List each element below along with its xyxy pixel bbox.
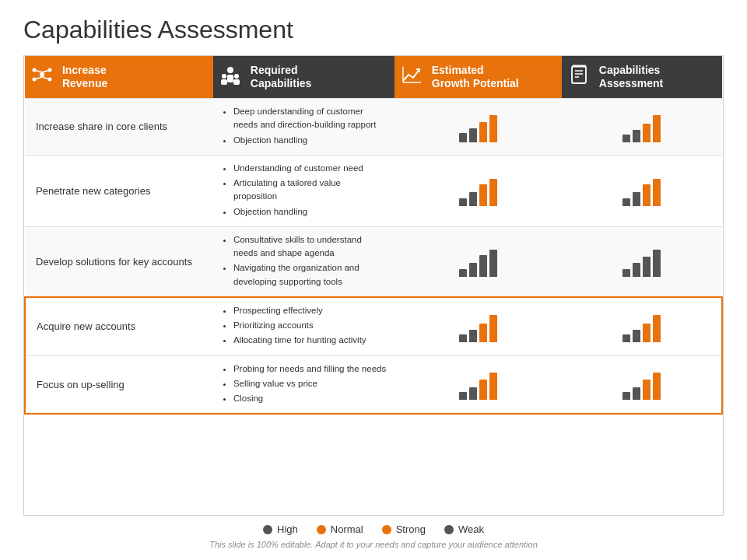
assessment-icon: [568, 64, 590, 90]
bar: [633, 330, 640, 342]
bar: [489, 250, 497, 277]
strategy-cell: Acquire new accounts: [25, 297, 213, 355]
slide: Capabilities Assessment: [0, 0, 747, 560]
svg-point-11: [234, 74, 239, 79]
growth-chart-cell: [395, 155, 562, 226]
bar: [469, 128, 477, 142]
legend-high: High: [263, 523, 298, 535]
assessment-chart-cell: [562, 355, 722, 414]
main-table: IncreaseRevenue: [24, 56, 723, 415]
header-col-growth: EstimatedGrowth Potential: [395, 56, 562, 99]
growth-icon: [401, 64, 423, 90]
bar: [643, 124, 651, 142]
bar: [459, 269, 467, 277]
table-row: Develop solutions for key accountsConsul…: [25, 226, 722, 297]
bar: [469, 330, 477, 342]
capabilities-icon: [219, 64, 241, 90]
table-row: Penetrate new categoriesUnderstanding of…: [25, 155, 722, 226]
bar: [479, 255, 487, 277]
strategy-cell: Increase share in core clients: [25, 99, 213, 156]
legend-label-strong: Strong: [396, 523, 426, 535]
header-strategy-label: IncreaseRevenue: [62, 64, 107, 90]
legend-dot-strong: [382, 525, 391, 534]
header-assessment-label: CapabilitiesAssessment: [599, 64, 664, 90]
bar: [653, 250, 661, 277]
header-growth-label: EstimatedGrowth Potential: [432, 64, 519, 90]
bar: [643, 324, 651, 342]
bar: [633, 192, 640, 206]
capabilities-cell: Understanding of customer needArticulati…: [213, 155, 395, 226]
footer-note: This slide is 100% editable. Adapt it to…: [23, 540, 724, 552]
bar: [459, 133, 467, 142]
legend-strong: Strong: [382, 523, 426, 535]
bar: [469, 387, 477, 400]
svg-rect-12: [227, 75, 233, 82]
bar: [479, 184, 487, 206]
growth-chart-cell: [395, 355, 562, 414]
svg-rect-17: [572, 66, 586, 83]
legend-normal: Normal: [317, 523, 363, 535]
bar: [622, 334, 630, 342]
bar: [643, 184, 651, 206]
header-col-strategy: IncreaseRevenue: [25, 56, 213, 99]
strategy-cell: Develop solutions for key accounts: [25, 226, 213, 297]
bar: [633, 130, 640, 142]
bar: [459, 198, 467, 206]
strategy-cell: Penetrate new categories: [25, 155, 213, 226]
bar: [459, 334, 467, 342]
bar: [489, 115, 497, 142]
page-title: Capabilities Assessment: [23, 16, 724, 44]
revenue-icon: [31, 64, 53, 90]
legend-label-normal: Normal: [331, 523, 363, 535]
bar: [653, 315, 661, 342]
svg-rect-13: [221, 79, 227, 85]
bar: [469, 263, 477, 277]
header-capabilities-label: RequiredCapabilities: [251, 64, 312, 90]
header-col-capabilities: RequiredCapabilities: [213, 56, 395, 99]
capabilities-cell: Consultative skills to understand needs …: [213, 226, 395, 297]
capabilities-cell: Prospecting effectivelyPrioritizing acco…: [213, 297, 395, 355]
svg-point-0: [40, 72, 44, 77]
bar: [622, 198, 630, 206]
growth-chart-cell: [395, 99, 562, 156]
legend-dot-weak: [444, 525, 454, 534]
strategy-cell: Focus on up-selling: [25, 355, 213, 414]
bar: [643, 380, 651, 400]
legend-dot-high: [263, 525, 272, 534]
legend-label-high: High: [277, 523, 298, 535]
assessment-chart-cell: [562, 99, 722, 156]
svg-point-9: [227, 67, 233, 73]
bar: [479, 324, 487, 342]
capabilities-cell: Deep understanding of customer needs and…: [213, 99, 395, 156]
header-col-assessment: CapabilitiesAssessment: [562, 56, 722, 99]
bar: [633, 387, 640, 400]
main-table-container: IncreaseRevenue: [23, 55, 724, 516]
bar: [622, 269, 630, 277]
bar: [622, 135, 630, 142]
legend-weak: Weak: [444, 523, 484, 535]
assessment-chart-cell: [562, 297, 722, 355]
bar: [653, 179, 661, 206]
bar: [653, 115, 661, 142]
bar: [633, 263, 640, 277]
bar: [643, 257, 651, 277]
svg-rect-14: [233, 79, 240, 85]
table-row: Increase share in core clientsDeep under…: [25, 99, 722, 156]
bar: [622, 392, 630, 400]
legend-dot-normal: [317, 525, 326, 534]
bar: [489, 315, 497, 342]
capabilities-cell: Probing for needs and filling the needsS…: [213, 355, 395, 414]
assessment-chart-cell: [562, 155, 722, 226]
legend: High Normal Strong Weak: [23, 516, 724, 540]
bar: [469, 192, 477, 206]
table-row: Focus on up-sellingProbing for needs and…: [25, 355, 722, 414]
bar: [653, 373, 661, 400]
legend-label-weak: Weak: [458, 523, 484, 535]
svg-point-10: [222, 74, 226, 79]
bar: [489, 373, 497, 400]
bar: [489, 179, 497, 206]
growth-chart-cell: [395, 226, 562, 297]
table-row: Acquire new accountsProspecting effectiv…: [25, 297, 722, 355]
bar: [479, 380, 487, 400]
assessment-chart-cell: [562, 226, 722, 297]
